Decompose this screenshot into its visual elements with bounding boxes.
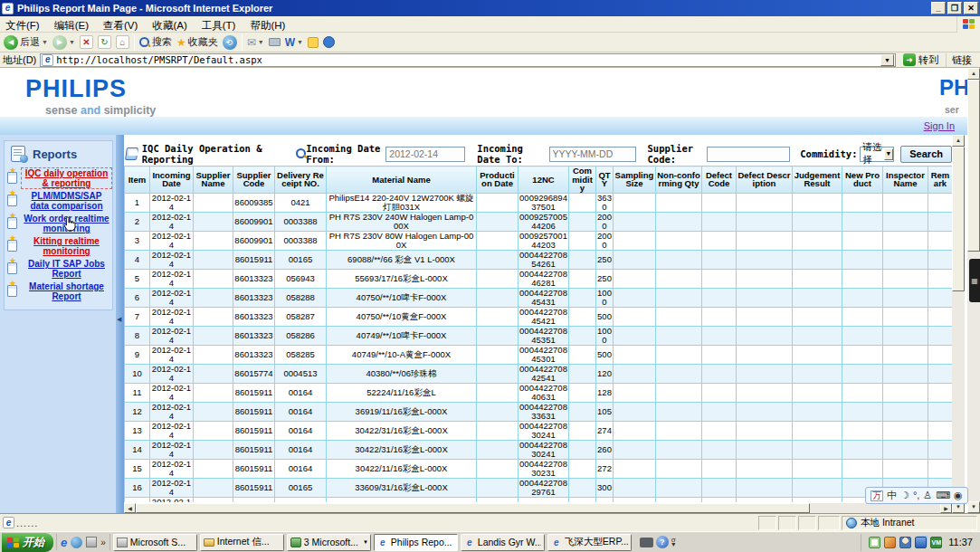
table-cell [569,250,596,269]
menu-item[interactable]: 帮助(H) [250,20,285,31]
address-field[interactable]: e http://localhost/PMSRPT/Default.aspx ▼ [40,53,896,67]
network-tray-icon[interactable] [915,537,927,548]
horizontal-scrollbar[interactable]: ◀ ▶ [124,502,952,513]
start-button[interactable]: 开始 [2,533,53,552]
quicklaunch-desktop-icon[interactable] [86,537,97,547]
quicklaunch-ie-icon[interactable]: e [61,536,67,549]
address-url[interactable]: http://localhost/PMSRPT/Default.aspx [56,54,878,65]
side-dock-handle[interactable]: ▦ [969,259,980,302]
back-button[interactable]: ◀ 后退 ▼ [4,35,48,50]
go-button[interactable]: ➜ 转到 [899,53,942,67]
stop-button[interactable]: ✕ [80,35,93,49]
taskbar-button[interactable]: e飞深大型ERP... [547,534,632,551]
page-scroll-thumb[interactable] [967,80,980,252]
collapse-arrow-icon[interactable]: ◀ [117,316,121,323]
taskbar-button[interactable]: Microsoft S... [113,534,197,551]
supplier-code-input[interactable] [707,147,790,162]
taskbar-button[interactable]: Internet 信... [200,534,284,551]
taskbar-button[interactable]: 3 Microsoft...▾ [287,534,371,551]
table-cell: 000442270845431 [519,288,569,307]
taskband-printer-icon[interactable] [640,538,653,547]
page-scroll-up-button[interactable]: ▲ [967,68,980,80]
menu-item[interactable]: 工具(T) [202,20,236,31]
address-dropdown-button[interactable]: ▼ [880,54,894,66]
table-cell: 000442270845421 [519,307,569,326]
taskband-chevron[interactable]: σ▾ [671,538,676,547]
report-link[interactable]: Daily IT SAP Jobs Report [22,259,111,279]
date-to-input[interactable] [549,147,636,162]
app-green-tray-icon[interactable] [869,537,880,548]
scroll-right-button[interactable]: ▶ [940,503,952,513]
sidebar-item[interactable]: ★Daily IT SAP Jobs Report [5,259,111,279]
taskbar: 开始 e » Microsoft S...Internet 信...3 Micr… [0,531,980,552]
report-link[interactable]: Work order realtime monitoring [22,214,111,233]
page-scroll-down-button[interactable]: ▼ [967,501,980,513]
vm-tray-icon[interactable]: VM [930,537,942,548]
print-button[interactable] [269,38,281,46]
report-link[interactable]: Kitting realtime monitoring [22,236,111,256]
refresh-button[interactable]: ↻ [98,35,111,49]
history-button[interactable]: ⟲ [223,35,237,50]
sidebar-item[interactable]: ★PLM/MDMS/SAP data comparison [5,191,111,211]
home-button[interactable]: ⌂ [116,35,129,49]
menu-item[interactable]: 查看(V) [103,20,138,31]
report-link[interactable]: IQC daily operation & reporting [22,168,111,188]
notes-button[interactable] [308,37,319,48]
ime-halfwidth-icon[interactable]: ☽ [900,490,909,500]
table-cell [656,345,702,364]
commidity-select[interactable]: 请选择 ▼ [860,147,894,162]
table-cell [614,307,656,326]
table-cell [883,250,928,269]
pen-orange-tray-icon[interactable] [884,537,896,548]
edit-word-button[interactable]: W ▼ [285,36,303,49]
date-from-input[interactable] [385,147,465,162]
report-link[interactable]: PLM/MDMS/SAP data comparison [22,191,111,211]
table-cell [928,250,953,269]
sign-in-link[interactable]: Sign In [924,120,955,131]
table-row: 92012-02-148601332305828540749/**/10-A黄盒… [125,345,953,364]
sidebar-item[interactable]: ★Kitting realtime monitoring [5,236,111,256]
sidebar-item[interactable]: ★Material shortage Report [5,281,111,301]
forward-button[interactable]: ▶ ▼ [52,35,75,50]
links-button[interactable]: 链接 [946,53,977,67]
minimize-button[interactable]: _ [931,2,946,14]
horizontal-scroll-thumb[interactable] [136,503,810,513]
favorites-button[interactable]: ★ 收藏夹 [176,35,218,49]
mail-button[interactable]: ✉ ▼ [247,36,264,49]
messenger-button[interactable] [323,36,335,48]
menu-item[interactable]: 编辑(E) [54,20,89,31]
sidebar-item[interactable]: ★IQC daily operation & reporting [5,168,111,188]
quicklaunch-messenger-icon[interactable] [71,537,82,548]
taskbar-button-label: 飞深大型ERP... [565,536,628,548]
taskband-help-icon[interactable]: ? [656,536,669,548]
quicklaunch-overflow-chevron[interactable]: » [100,538,106,547]
table-cell [656,440,702,459]
table-cell: 14 [125,440,150,459]
menu-item[interactable]: 收藏(A) [152,20,186,31]
sidebar-item[interactable]: ★Work order realtime monitoring [5,214,111,233]
search-button[interactable]: 搜索 [139,35,172,49]
report-link[interactable]: Material shortage Report [22,281,111,301]
taskbar-button[interactable]: eLandis Gyr W... [461,534,545,551]
taskbar-button[interactable]: ePhilips Repo... [374,534,458,551]
table-cell: 86013323 [233,326,275,345]
user-tray-icon[interactable] [899,537,911,548]
menu-item[interactable]: 文件(F) [5,20,40,31]
close-button[interactable]: ✕ [964,2,978,14]
inner-scroll-up-button[interactable]: ▲ [952,135,965,147]
table-cell: 2012-02-14 [150,212,194,231]
status-pane [818,516,840,530]
search-button[interactable]: Search [900,146,952,163]
ime-menu-icon[interactable]: ◉ [954,490,963,500]
restore-button[interactable]: ❐ [947,2,962,14]
table-cell: 86015911 [233,250,275,269]
ime-wan-badge[interactable]: 万 [871,490,883,501]
ime-punctuation-mode[interactable]: °, [913,490,919,500]
inner-vertical-scrollbar[interactable]: ▲ ▼ [952,135,965,513]
inner-scroll-thumb[interactable] [952,147,965,291]
ime-user-icon[interactable]: ♙ [923,490,932,500]
scroll-left-button[interactable]: ◀ [124,503,136,513]
ime-chinese-mode[interactable]: 中 [887,490,897,500]
splitter-bar[interactable]: ◀ [116,135,124,513]
ime-keyboard-icon[interactable]: ⌨ [936,490,950,500]
